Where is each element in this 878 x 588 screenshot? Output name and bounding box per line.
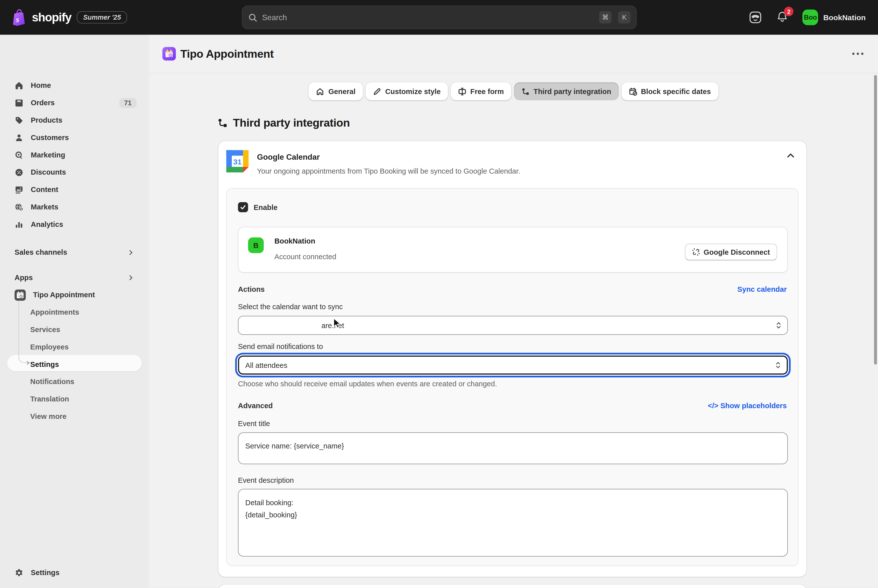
sidebar-item-home[interactable]: Home — [0, 76, 149, 94]
show-placeholders-link[interactable]: </> Show placeholders — [708, 402, 787, 410]
page-content: General Customize style Free form — [149, 74, 878, 588]
chevron-right-icon — [127, 274, 134, 281]
sidebar-item-markets[interactable]: $ Markets — [0, 198, 149, 216]
gear-icon — [15, 568, 24, 577]
section-heading: Third party integration — [217, 116, 350, 129]
sidebar-item-orders[interactable]: Orders 71 — [0, 94, 149, 111]
store-avatar: Boo — [803, 9, 818, 25]
shopify-logo[interactable]: s shopify Summer '25 — [11, 0, 127, 35]
sidebar: Home Orders 71 Products — [0, 35, 149, 588]
svg-text:31: 31 — [233, 158, 242, 166]
sidebar-item-label: Analytics — [31, 220, 63, 229]
topbar: s shopify Summer '25 Search ⌘ K — [0, 0, 878, 35]
event-title-input[interactable]: Service name: {service_name} — [238, 432, 788, 464]
enable-label: Enable — [254, 203, 277, 212]
sidebar-item-label: Content — [31, 185, 58, 194]
sidebar-item-label: Orders — [31, 99, 55, 107]
notification-count-badge: 2 — [784, 7, 793, 16]
integration-subtitle: Your ongoing appointments from Tipo Book… — [257, 167, 520, 176]
scrollbar[interactable] — [874, 75, 877, 364]
products-tag-icon — [15, 116, 24, 124]
sidebar-item-tipo-appointment[interactable]: Tipo Appointment — [0, 286, 149, 303]
sidebar-item-label: Marketing — [31, 151, 65, 159]
code-icon: </> — [708, 402, 718, 410]
calendar-select[interactable]: are.net — [238, 316, 788, 335]
content-image-icon — [15, 185, 24, 194]
google-disconnect-button[interactable]: Google Disconnect — [685, 243, 777, 260]
google-calendar-card-header: 31 Google Calendar Your ongoing appointm… — [219, 141, 806, 188]
sidekick-assistant-icon[interactable] — [749, 11, 762, 24]
sidebar-item-customers[interactable]: Customers — [0, 129, 149, 146]
analytics-bars-icon — [15, 220, 24, 229]
subnav-settings[interactable]: Settings — [0, 356, 149, 373]
more-actions-button[interactable] — [850, 49, 866, 58]
enable-row: Enable — [238, 202, 277, 212]
sidebar-section-sales-channels[interactable]: Sales channels — [0, 243, 149, 261]
subnav-notifications[interactable]: Notifications — [0, 373, 149, 390]
event-description-textarea[interactable]: Detail booking: {detail_booking} — [238, 489, 788, 556]
subnav-services[interactable]: Services — [0, 321, 149, 338]
subnav-view-more[interactable]: View more — [0, 408, 149, 425]
screen: s shopify Summer '25 Search ⌘ K — [0, 0, 878, 588]
integration-icon — [217, 118, 228, 128]
account-status: Account connected — [274, 252, 336, 261]
store-menu[interactable]: Boo BookNation — [803, 9, 866, 25]
sidebar-item-content[interactable]: Content — [0, 181, 149, 198]
tipo-appointment-app-icon — [162, 47, 176, 60]
edition-badge[interactable]: Summer '25 — [77, 11, 127, 24]
sidebar-nav: Home Orders 71 Products — [0, 76, 149, 233]
search-input[interactable]: Search ⌘ K — [242, 6, 637, 29]
collapse-button[interactable] — [786, 151, 795, 160]
svg-text:$: $ — [20, 207, 22, 211]
main-area: Tipo Appointment General — [149, 35, 878, 588]
section-label: Apps — [15, 273, 33, 282]
sidebar-item-label: Home — [31, 81, 51, 90]
sidebar-item-marketing[interactable]: Marketing — [0, 146, 149, 164]
store-name: BookNation — [823, 13, 866, 22]
sidebar-item-discounts[interactable]: Discounts — [0, 164, 149, 181]
google-calendar-icon: 31 — [226, 150, 249, 172]
notifications-button[interactable]: 2 — [776, 11, 789, 24]
email-select-label: Send email notifications to — [238, 342, 323, 351]
subnav-employees[interactable]: Employees — [0, 338, 149, 356]
account-avatar: B — [248, 237, 264, 253]
form-field-icon — [458, 87, 466, 96]
shopify-wordmark: shopify — [32, 11, 71, 24]
enable-checkbox[interactable] — [238, 202, 248, 212]
home-icon — [316, 87, 325, 96]
tab-free-form[interactable]: Free form — [451, 82, 511, 100]
tab-customize-style[interactable]: Customize style — [366, 82, 448, 100]
advanced-label: Advanced — [238, 402, 273, 410]
shopify-bag-icon: s — [11, 9, 26, 26]
tab-third-party-integration[interactable]: Third party integration — [514, 82, 618, 100]
next-integration-card — [219, 585, 806, 588]
sidebar-item-settings[interactable]: Settings — [0, 564, 149, 581]
checkmark-icon — [240, 204, 246, 210]
tipo-app-icon — [15, 289, 26, 300]
event-description-label: Event description — [238, 476, 294, 484]
email-notifications-select[interactable]: All attendees — [238, 356, 788, 375]
tab-bar: General Customize style Free form — [149, 82, 878, 100]
chevron-up-icon — [786, 151, 795, 160]
tab-block-specific-dates[interactable]: Block specific dates — [621, 82, 718, 100]
app-subnav: Appointments Services Employees Settings… — [0, 303, 149, 425]
settings-label: Settings — [31, 568, 60, 577]
customers-icon — [15, 133, 24, 142]
subnav-appointments[interactable]: Appointments — [0, 303, 149, 321]
k-keycap: K — [618, 11, 631, 24]
sidebar-item-products[interactable]: Products — [0, 111, 149, 129]
email-help-text: Choose who should receive email updates … — [238, 380, 497, 388]
integration-icon — [521, 87, 530, 96]
select-stepper-icon — [775, 321, 782, 330]
sidebar-section-apps[interactable]: Apps — [0, 269, 149, 286]
sync-calendar-link[interactable]: Sync calendar — [737, 285, 787, 294]
tab-general[interactable]: General — [309, 82, 363, 100]
integration-title: Google Calendar — [257, 152, 320, 161]
svg-text:s: s — [16, 15, 19, 24]
subnav-translation[interactable]: Translation — [0, 390, 149, 408]
email-select-value: All attendees — [239, 361, 287, 369]
search-icon — [248, 13, 258, 22]
search-placeholder: Search — [262, 13, 592, 22]
sidebar-item-label: Discounts — [31, 168, 66, 176]
sidebar-item-analytics[interactable]: Analytics — [0, 216, 149, 233]
